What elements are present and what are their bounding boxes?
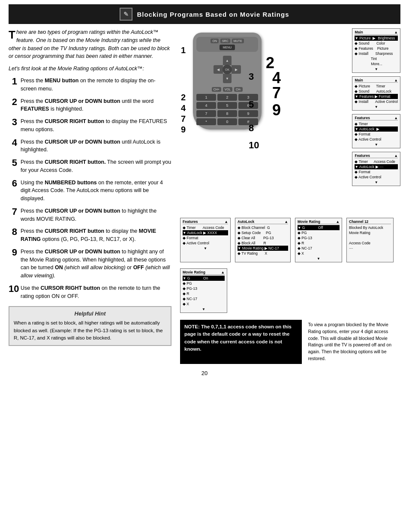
dpad-down[interactable]: ▼ (223, 74, 232, 83)
step-diagram-9: 9 (181, 125, 186, 135)
vol-btn[interactable]: VOL (223, 87, 232, 92)
menu-features-access-nav: ▼ (355, 180, 398, 184)
step-num-8: 8 (9, 227, 17, 237)
step-num-6: 6 (9, 179, 17, 188)
menu-blocked-spacer (349, 235, 391, 240)
menu-main-1-sound: ◆ Sound Color (355, 41, 398, 46)
btn-3[interactable]: 3 (238, 94, 258, 101)
menu-xxxx-nav: ▼ (183, 246, 228, 250)
menu-movie-on-nc17: ◆ NC-17 (183, 296, 225, 301)
step-diagram-4: 4 (181, 103, 186, 113)
step-num-5: 5 (9, 158, 17, 168)
btn-9[interactable]: 9 (238, 110, 258, 117)
menu-features-1-title: Features▲ (355, 116, 398, 120)
menu-features-access: Features▲ ◆ Timer Access Code ▼ AutoLock… (352, 152, 400, 186)
step-label-8: 8 (249, 123, 254, 134)
ch-up-btn[interactable]: CH+ (212, 87, 221, 92)
btn-0[interactable]: 0 (217, 118, 237, 125)
dpad-left[interactable]: ◀ (214, 65, 223, 74)
source-btn[interactable]: SRC (220, 39, 230, 43)
menu-movie-off-pg13: ◆ PG-13 (298, 235, 340, 240)
menu-al-setup: ◆ Setup Code PG (238, 230, 288, 235)
menu-movie-on-x: ◆ X (183, 301, 225, 307)
menu-features-xxxx: Features▲ ◆ Timer Access Code ▼ AutoLock… (180, 218, 231, 262)
btn-2[interactable]: 2 (217, 94, 237, 101)
menu-al-block-all: ◆ Block All R (238, 240, 288, 246)
intro-text-body: here are two types of program ratings wi… (9, 29, 170, 59)
dpad-up[interactable]: ▲ (223, 56, 232, 65)
btn-7[interactable]: 7 (196, 110, 216, 117)
btn-star[interactable]: * (196, 118, 216, 125)
step-8: 8 Press the CURSOR RIGHT button to displ… (9, 227, 171, 243)
menu-main-1: Main▲ ▼ Picture ▶ Brightness ◆ Sound Col… (352, 28, 400, 73)
step-num-1: 1 (9, 77, 17, 86)
btn-4[interactable]: 4 (196, 102, 216, 109)
hint-box: Helpful Hint When a rating is set to blo… (9, 306, 171, 346)
step-num-2: 2 (9, 97, 17, 107)
menu-autolock-title: AutoLock▲ (238, 219, 288, 224)
btn-hash[interactable]: # (238, 118, 258, 125)
menu-main-2: Main▲ ◆ Picture Timer ◆ Sound AutoLock ▼… (352, 76, 400, 111)
menu-features-1-format: ◆ Format (355, 132, 398, 137)
step-diagram-1: 1 (181, 45, 186, 55)
menu-movie-off-title: Movie Rating▲ (298, 219, 340, 224)
menu-main-1-nav: ▼ (355, 67, 398, 71)
menu-features-access-autolock: ▼ AutoLock ▶ ···· (355, 164, 398, 169)
menu-movie-off-x: ◆ X (298, 251, 340, 256)
step-7: 7 Press the CURSOR UP or DOWN button to … (9, 207, 171, 223)
left-column: There are two types of program ratings w… (9, 28, 171, 364)
mute-btn[interactable]: MUTE (232, 39, 244, 43)
power-btn[interactable]: ON (211, 39, 219, 43)
step-6: 6 Using the NUMBERED buttons on the remo… (9, 179, 171, 203)
ch-dn-btn[interactable]: CH- (234, 87, 243, 92)
menu-movie-on-pg: ◆ PG (183, 281, 225, 286)
menu-movie-on: Movie Rating▲ ▼ G On ◆ PG ◆ PG-13 ◆ R ◆ … (180, 268, 227, 313)
menu-features-1-active: ◆ Active Control (355, 137, 398, 142)
menu-blocked-code: ···· (349, 246, 391, 251)
diag-num-9: 9 (272, 101, 281, 119)
menu-btn[interactable]: MENU (220, 45, 235, 50)
btn-6[interactable]: 6 (238, 102, 258, 109)
menu-features-access-timer: ◆ Timer Access Code (355, 159, 398, 164)
step-5: 5 Press the CURSOR RIGHT button. The scr… (9, 158, 171, 174)
menu-main-1-title: Main▲ (355, 30, 398, 35)
dpad-right[interactable]: ▶ (232, 65, 241, 74)
menu-al-tv-rating: ◆ TV Rating X (238, 251, 288, 256)
dpad: ▲ ▼ ◀ ▶ OK (214, 56, 241, 83)
btn-5[interactable]: 5 (217, 102, 237, 109)
menu-blocked-title: Channel 12 (349, 219, 391, 224)
hint-title: Helpful Hint (14, 310, 166, 317)
menu-movie-on-g: ▼ G On (183, 276, 225, 281)
step-text-5: Press the CURSOR RIGHT button. The scree… (21, 158, 171, 174)
dpad-center[interactable]: OK (223, 65, 232, 74)
btn-1[interactable]: 1 (196, 94, 216, 101)
page-header: ✎ Blocking Programs Based on Movie Ratin… (9, 4, 400, 24)
menu-al-movie-rating: ▼ Movie Rating ▶ NC-17 (238, 246, 288, 251)
menu-features-1-autolock: ▼ AutoLock ▶ (355, 126, 398, 132)
menu-al-clear: ◆ Clear All PG-13 (238, 235, 288, 240)
step-text-3: Press the CURSOR RIGHT button to display… (21, 117, 171, 134)
menu-features-access-format: ◆ Format (355, 169, 398, 174)
menu-blocked-code-label: Access Code (349, 240, 391, 246)
menu-main-1-picture: ▼ Picture ▶ Brightness (355, 36, 398, 41)
view-info-box: To view a program blocked by the Movie R… (306, 320, 400, 364)
second-bottom-row: Movie Rating▲ ▼ G On ◆ PG ◆ PG-13 ◆ R ◆ … (180, 268, 400, 313)
step-text-8: Press the CURSOR RIGHT button to display… (21, 227, 171, 243)
menu-xxxx-title: Features▲ (183, 219, 228, 224)
page-body: There are two types of program ratings w… (0, 28, 409, 364)
menu-main-2-install: ◆ Install Active Control (355, 99, 398, 104)
diag-num-7: 7 (272, 84, 281, 102)
note-box: NOTE: The 0,7,1,1 access code shown on t… (180, 320, 302, 364)
menu-movie-on-r: ◆ R (183, 291, 225, 296)
menu-screenshots-right: Main▲ ▼ Picture ▶ Brightness ◆ Sound Col… (352, 28, 400, 186)
menu-main-2-nav: ▼ (355, 105, 398, 109)
page-title: Blocking Programs Based on Movie Ratings (137, 11, 289, 18)
btn-8[interactable]: 8 (217, 110, 237, 117)
step-diagram-7: 7 (181, 114, 186, 124)
step-2: 2 Press the CURSOR UP or DOWN button unt… (9, 97, 171, 114)
menu-main-2-title: Main▲ (355, 78, 398, 83)
step-num-4: 4 (9, 138, 17, 147)
step-9: 9 Press the CURSOR UP or DOWN button to … (9, 248, 171, 280)
step-text-2: Press the CURSOR UP or DOWN button until… (21, 97, 171, 114)
menu-movie-off-r: ◆ R (298, 240, 340, 246)
